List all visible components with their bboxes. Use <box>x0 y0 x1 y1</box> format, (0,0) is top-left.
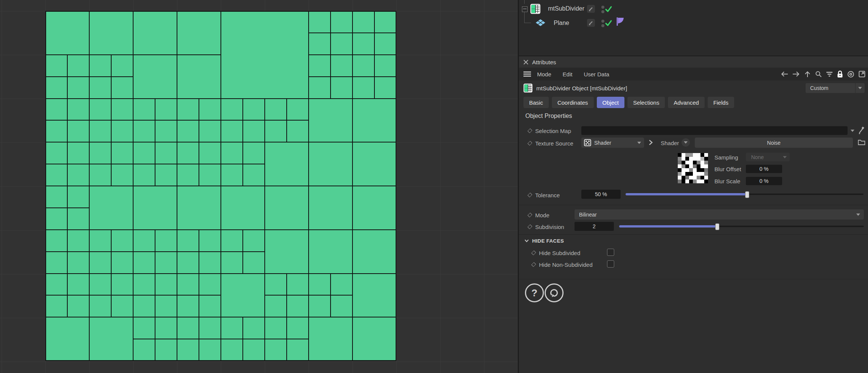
preset-arrow-button[interactable] <box>855 83 865 93</box>
tolerance-value: 50 % <box>595 191 607 197</box>
new-window-icon[interactable] <box>859 71 865 77</box>
render-visibility-dot[interactable] <box>601 10 604 13</box>
object-edit-toggle[interactable] <box>587 5 595 13</box>
texture-source-type-dropdown[interactable]: Shader <box>581 138 644 148</box>
forward-arrow-icon[interactable] <box>792 71 800 77</box>
divider <box>519 279 868 279</box>
key-diamond-icon[interactable] <box>528 128 533 133</box>
object-label[interactable]: Plane <box>554 20 569 26</box>
shader-options-button[interactable] <box>682 138 690 147</box>
hide-non-subdivided-checkbox[interactable] <box>607 260 614 268</box>
search-icon[interactable] <box>815 71 822 77</box>
enabled-check-icon[interactable] <box>605 5 612 13</box>
cinema4d-window: mtSubDivider <box>0 0 868 373</box>
tab-advanced[interactable]: Advanced <box>668 97 705 108</box>
key-diamond-icon[interactable] <box>528 224 533 229</box>
shader-checker-icon <box>584 139 591 146</box>
shader-preview-thumbnail[interactable] <box>678 153 708 183</box>
slider-knob[interactable] <box>745 191 749 198</box>
reset-button[interactable] <box>545 283 564 302</box>
attribute-tabs: BasicCoordinatesObjectSelectionsAdvanced… <box>523 97 734 108</box>
editor-visibility-dot[interactable] <box>601 6 604 9</box>
noise-pixel <box>704 172 708 176</box>
help-button[interactable]: ? <box>525 283 544 302</box>
key-diamond-icon[interactable] <box>528 193 533 198</box>
noise-pixel <box>697 157 700 161</box>
subdivision-value: 2 <box>593 223 596 229</box>
object-header-title: mtSubDivider Object [mtSubDivider] <box>536 85 627 91</box>
slider-knob[interactable] <box>715 223 719 230</box>
tab-selections[interactable]: Selections <box>627 97 665 108</box>
preset-dropdown[interactable]: Custom <box>806 83 865 93</box>
close-icon[interactable] <box>523 60 528 65</box>
noise-pixel <box>704 161 708 164</box>
tab-coordinates[interactable]: Coordinates <box>552 97 594 108</box>
noise-pixel <box>678 164 682 168</box>
hide-faces-title: HIDE FACES <box>532 238 564 244</box>
visibility-dots[interactable] <box>601 20 604 27</box>
blur-offset-label: Blur Offset <box>714 166 741 172</box>
enabled-check-icon[interactable] <box>605 19 612 27</box>
tolerance-input[interactable]: 50 % <box>581 190 621 199</box>
back-arrow-icon[interactable] <box>781 71 788 77</box>
selection-map-dropdown-icon[interactable] <box>851 130 854 132</box>
tab-object[interactable]: Object <box>597 97 624 108</box>
noise-pixel <box>693 157 697 161</box>
mode-dropdown[interactable]: Bilinear <box>575 209 864 220</box>
slider-fill <box>626 193 747 195</box>
noise-pixel <box>704 153 708 157</box>
editor-visibility-dot[interactable] <box>601 20 604 23</box>
selection-map-input[interactable] <box>581 126 848 135</box>
key-diamond-icon[interactable] <box>531 251 536 255</box>
subdivided-plane[interactable] <box>45 11 396 361</box>
noise-pixel <box>682 168 685 172</box>
collapse-toggle-icon[interactable] <box>522 6 528 12</box>
subdivision-slider[interactable] <box>619 223 864 229</box>
key-diamond-icon[interactable] <box>528 141 533 146</box>
subdivision-input[interactable]: 2 <box>575 222 614 231</box>
sampling-dropdown[interactable]: None <box>746 153 790 161</box>
eyedropper-icon[interactable] <box>858 125 865 135</box>
noise-pixel <box>685 153 689 157</box>
up-arrow-icon[interactable] <box>804 71 811 77</box>
hide-non-subdivided-label: Hide Non-Subdivided <box>539 262 593 268</box>
tab-fields[interactable]: Fields <box>708 97 734 108</box>
hamburger-menu-icon[interactable] <box>523 71 531 77</box>
object-edit-toggle[interactable] <box>587 19 595 27</box>
hide-faces-group-header[interactable]: HIDE FACES <box>524 237 564 245</box>
key-diamond-icon[interactable] <box>528 213 533 218</box>
subdivision-row: Subdivision <box>528 222 564 231</box>
noise-pixel <box>693 180 697 183</box>
shader-noise-button[interactable]: Noise <box>695 138 853 148</box>
key-diamond-icon[interactable] <box>531 262 536 267</box>
filter-icon[interactable] <box>826 71 833 77</box>
noise-pixel <box>682 157 685 161</box>
object-label[interactable]: mtSubDivider <box>548 5 584 12</box>
attributes-titlebar[interactable]: Attributes <box>519 56 868 68</box>
menu-mode[interactable]: Mode <box>537 71 551 77</box>
tolerance-slider[interactable] <box>626 191 863 197</box>
noise-pixel <box>682 153 685 157</box>
noise-pixel <box>689 168 693 172</box>
noise-pixel <box>682 164 685 168</box>
hide-subdivided-checkbox[interactable] <box>607 249 614 256</box>
field-tag-icon[interactable] <box>616 17 626 26</box>
plane-object-icon[interactable] <box>536 18 545 28</box>
tab-basic[interactable]: Basic <box>523 97 549 108</box>
menu-user-data[interactable]: User Data <box>584 71 609 77</box>
lock-icon[interactable] <box>837 71 843 78</box>
noise-pixel <box>704 157 708 161</box>
chevron-right-icon[interactable] <box>648 139 653 146</box>
blur-offset-input[interactable]: 0 % <box>746 165 782 173</box>
mtsubdivider-object-icon[interactable] <box>530 4 540 14</box>
render-visibility-dot[interactable] <box>601 24 604 27</box>
noise-pixel <box>689 180 693 183</box>
noise-pixel <box>700 168 704 172</box>
shader-name: Noise <box>767 140 781 146</box>
visibility-dots[interactable] <box>601 6 604 13</box>
blur-scale-input[interactable]: 0 % <box>746 177 782 185</box>
menu-edit[interactable]: Edit <box>563 71 573 77</box>
folder-icon[interactable] <box>858 139 865 145</box>
track-target-icon[interactable] <box>847 71 854 78</box>
viewport[interactable] <box>0 0 518 373</box>
